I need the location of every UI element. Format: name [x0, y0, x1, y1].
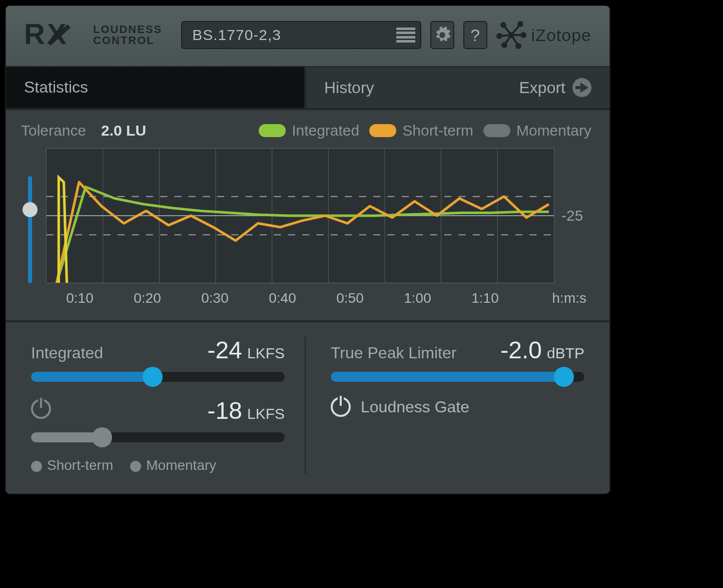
secondary-value[interactable]: -18: [208, 397, 242, 424]
loudness-gate-label: Loudness Gate: [361, 398, 469, 416]
integrated-unit: LKFS: [247, 345, 285, 362]
secondary-slider[interactable]: [31, 432, 285, 442]
product-logo: R X LOUDNESS CONTROL: [24, 20, 162, 50]
secondary-unit: LKFS: [247, 405, 285, 422]
tolerance-slider-vertical[interactable]: [21, 148, 39, 283]
tab-history[interactable]: History Export: [306, 67, 609, 108]
short-term-swatch: [369, 124, 396, 137]
brand-logo: iZotope: [496, 20, 591, 50]
tolerance-label: Tolerance: [21, 122, 86, 139]
loudness-gate-power-button[interactable]: [331, 397, 351, 417]
svg-point-6: [518, 22, 522, 26]
export-button[interactable]: Export: [519, 78, 591, 97]
tpl-slider[interactable]: [331, 372, 584, 382]
secondary-mode-radios: Short-term Momentary: [31, 457, 285, 473]
legend-integrated[interactable]: Integrated: [259, 122, 359, 139]
radio-short-term[interactable]: Short-term: [31, 457, 113, 473]
legend-row: Tolerance 2.0 LU Integrated Short-term M…: [21, 122, 591, 139]
header-bar: R X LOUDNESS CONTROL BS.1770-2,3 ?: [6, 6, 609, 67]
svg-point-4: [501, 23, 505, 27]
help-button[interactable]: ?: [463, 21, 487, 49]
svg-point-10: [516, 44, 520, 48]
izotope-icon: [496, 20, 526, 50]
y-axis-label: -25: [561, 148, 591, 283]
controls-left: Integrated -24 LKFS -18 LKFS Short-term …: [31, 336, 305, 473]
gear-icon: [433, 26, 451, 44]
rx-icon: R X: [24, 20, 84, 50]
preset-name: BS.1770-2,3: [192, 27, 396, 44]
integrated-label: Integrated: [31, 344, 103, 362]
plugin-panel: R X LOUDNESS CONTROL BS.1770-2,3 ?: [5, 5, 610, 494]
tolerance-value: 2.0 LU: [101, 122, 146, 139]
momentary-swatch: [483, 124, 510, 137]
svg-point-12: [502, 43, 506, 47]
integrated-knob[interactable]: [143, 367, 163, 387]
tpl-knob[interactable]: [554, 367, 574, 387]
preset-dropdown[interactable]: BS.1770-2,3: [181, 21, 421, 49]
history-chart-section: Tolerance 2.0 LU Integrated Short-term M…: [6, 110, 609, 320]
list-icon: [396, 28, 415, 43]
controls-section: Integrated -24 LKFS -18 LKFS Short-term …: [6, 320, 609, 493]
svg-point-8: [521, 33, 525, 37]
legend-short-term[interactable]: Short-term: [369, 122, 473, 139]
tab-statistics[interactable]: Statistics: [6, 67, 306, 108]
svg-point-14: [497, 34, 501, 38]
tabs-row: Statistics History Export: [6, 67, 609, 110]
x-axis-ticks: 0:100:200:300:400:501:001:10h:m:s: [46, 290, 591, 306]
radio-dot-icon: [31, 461, 42, 472]
secondary-knob[interactable]: [92, 427, 112, 447]
legend-momentary[interactable]: Momentary: [483, 122, 591, 139]
tpl-value[interactable]: -2.0: [500, 336, 542, 364]
tpl-label: True Peak Limiter: [331, 344, 456, 362]
tpl-unit: dBTP: [547, 345, 584, 362]
product-line2: CONTROL: [93, 35, 162, 46]
question-icon: ?: [470, 26, 480, 45]
tolerance-knob[interactable]: [23, 202, 38, 217]
radio-dot-icon: [130, 461, 141, 472]
secondary-power-button[interactable]: [31, 399, 51, 419]
product-line1: LOUDNESS: [93, 24, 162, 35]
settings-button[interactable]: [430, 21, 454, 49]
integrated-slider[interactable]: [31, 372, 285, 382]
radio-momentary[interactable]: Momentary: [130, 457, 216, 473]
integrated-value[interactable]: -24: [208, 336, 242, 364]
export-arrow-icon: [572, 78, 591, 97]
controls-right: True Peak Limiter -2.0 dBTP Loudness Gat…: [305, 336, 584, 473]
loudness-history-plot: [46, 148, 554, 283]
integrated-swatch: [259, 124, 286, 137]
svg-text:R: R: [24, 20, 45, 50]
